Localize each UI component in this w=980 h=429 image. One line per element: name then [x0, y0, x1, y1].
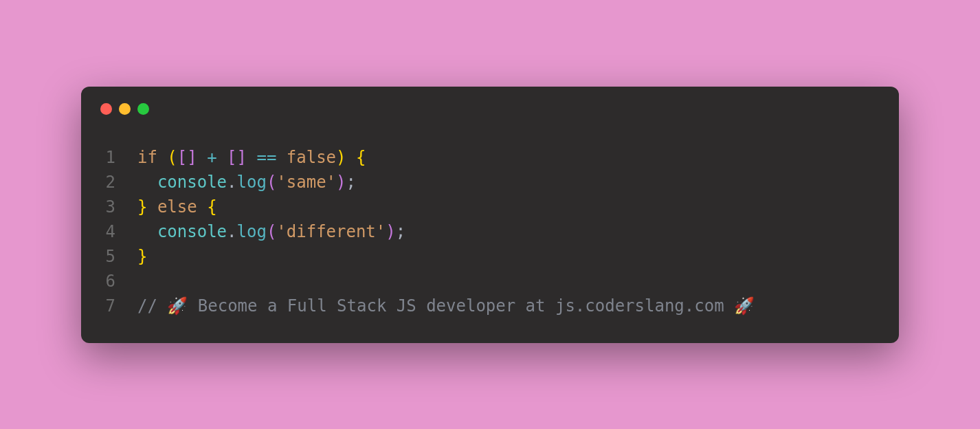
- brace-token: {: [356, 148, 366, 167]
- code-line: console.log('different');: [137, 219, 755, 244]
- bracket-token: ]: [237, 148, 247, 167]
- bracket-token: [: [227, 148, 236, 167]
- comment-token: // 🚀 Become a Full Stack JS developer at…: [137, 296, 755, 316]
- whitespace: [247, 148, 256, 167]
- bracket-token: [: [177, 148, 187, 167]
- line-number: 5: [100, 244, 115, 269]
- whitespace: [137, 173, 157, 192]
- punct-token: ;: [346, 173, 355, 192]
- line-number: 7: [100, 294, 115, 318]
- line-number: 1: [100, 145, 115, 170]
- whitespace: [147, 197, 157, 217]
- code-line: [137, 269, 755, 294]
- line-number: 6: [100, 269, 115, 294]
- keyword-token: else: [157, 197, 197, 217]
- punct-token: ;: [396, 222, 405, 241]
- method-token: log: [237, 222, 267, 241]
- brace-token: {: [207, 197, 216, 217]
- code-line: }: [137, 244, 755, 269]
- whitespace: [197, 148, 207, 167]
- string-token: 'different': [276, 222, 386, 241]
- paren-token: ): [336, 148, 346, 167]
- brace-token: }: [137, 247, 147, 266]
- object-token: console: [157, 173, 227, 192]
- whitespace: [197, 197, 207, 217]
- paren-token: ): [336, 173, 346, 192]
- whitespace: [346, 148, 356, 167]
- paren-token: (: [167, 148, 177, 167]
- paren-token: (: [267, 173, 276, 192]
- whitespace: [217, 148, 227, 167]
- string-token: 'same': [276, 173, 336, 192]
- code-line: console.log('same');: [137, 170, 755, 195]
- maximize-icon[interactable]: [137, 103, 149, 115]
- punct-token: .: [227, 222, 236, 241]
- code-area: 1 2 3 4 5 6 7 if ([] + [] == false) { co…: [100, 145, 880, 318]
- code-line: } else {: [137, 195, 755, 219]
- punct-token: .: [227, 173, 236, 192]
- whitespace: [276, 148, 286, 167]
- line-number: 4: [100, 219, 115, 244]
- code-line: if ([] + [] == false) {: [137, 145, 755, 170]
- window-traffic-lights: [100, 103, 880, 115]
- code-content[interactable]: if ([] + [] == false) { console.log('sam…: [137, 145, 755, 318]
- whitespace: [137, 222, 157, 241]
- paren-token: ): [386, 222, 395, 241]
- keyword-token: if: [137, 148, 157, 167]
- brace-token: }: [137, 197, 147, 217]
- constant-token: false: [287, 148, 336, 167]
- minimize-icon[interactable]: [119, 103, 131, 115]
- object-token: console: [157, 222, 227, 241]
- paren-token: (: [267, 222, 276, 241]
- operator-token: +: [207, 148, 216, 167]
- whitespace: [157, 148, 167, 167]
- operator-token: ==: [256, 148, 276, 167]
- line-number-gutter: 1 2 3 4 5 6 7: [100, 145, 137, 318]
- method-token: log: [237, 173, 267, 192]
- bracket-token: ]: [187, 148, 197, 167]
- code-line: // 🚀 Become a Full Stack JS developer at…: [137, 294, 755, 318]
- close-icon[interactable]: [100, 103, 112, 115]
- line-number: 3: [100, 195, 115, 219]
- code-editor-window: 1 2 3 4 5 6 7 if ([] + [] == false) { co…: [81, 87, 899, 343]
- line-number: 2: [100, 170, 115, 195]
